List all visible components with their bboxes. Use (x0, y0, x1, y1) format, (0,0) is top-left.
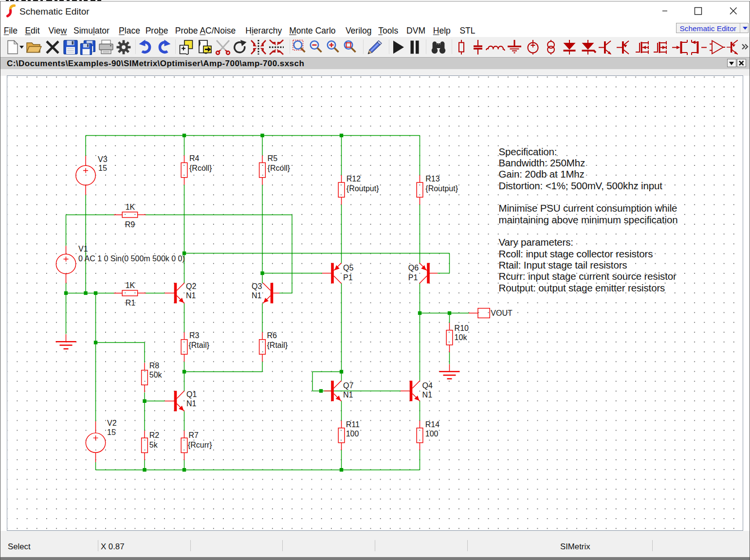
svg-text:R12: R12 (347, 175, 361, 183)
svg-text:Rcoll: input stage collector r: Rcoll: input stage collector resistors (499, 248, 653, 259)
svg-text:Q2: Q2 (186, 282, 196, 290)
svg-text:15: 15 (98, 164, 107, 172)
svg-text:Rtail: Input stage tail resist: Rtail: Input stage tail resistors (499, 259, 627, 271)
svg-text:R9: R9 (125, 220, 135, 229)
svg-text:R5: R5 (268, 154, 278, 163)
svg-text:VOUT: VOUT (491, 309, 512, 317)
svg-text:V2: V2 (107, 419, 117, 427)
svg-text:5k: 5k (149, 441, 158, 449)
svg-text:Q4: Q4 (422, 381, 433, 390)
svg-text:Q3: Q3 (252, 282, 262, 290)
svg-text:Specification:: Specification: (499, 146, 557, 157)
svg-text:N1: N1 (252, 291, 262, 300)
svg-text:{Rcoll}: {Rcoll} (268, 164, 291, 172)
svg-text:Minimise PSU current consumpti: Minimise PSU current consumption while (499, 202, 677, 214)
svg-text:Q6: Q6 (408, 264, 419, 272)
svg-text:Q5: Q5 (343, 264, 353, 272)
svg-text:R6: R6 (267, 331, 277, 340)
svg-text:Distortion: <1%; 500mV, 500khz: Distortion: <1%; 500mV, 500khz input (499, 180, 663, 191)
svg-text:N1: N1 (186, 399, 197, 408)
svg-text:R7: R7 (188, 431, 199, 439)
svg-text:R10: R10 (455, 324, 469, 332)
svg-text:P1: P1 (408, 273, 418, 282)
svg-text:N1: N1 (186, 291, 196, 300)
svg-text:{Rtail}: {Rtail} (267, 341, 288, 349)
svg-text:100: 100 (346, 430, 359, 438)
svg-text:Q1: Q1 (186, 390, 197, 398)
svg-text:{Routput}: {Routput} (347, 184, 379, 193)
svg-text:Vary parameters:: Vary parameters: (499, 236, 573, 248)
svg-text:{Routput}: {Routput} (425, 184, 458, 193)
svg-text:R14: R14 (425, 420, 439, 429)
svg-text:15: 15 (107, 428, 116, 436)
svg-text:R2: R2 (149, 431, 160, 439)
svg-text:10k: 10k (455, 333, 468, 342)
svg-text:{Rtail}: {Rtail} (188, 341, 209, 349)
svg-text:R8: R8 (149, 361, 160, 370)
svg-text:Rcurr: input stage current sou: Rcurr: input stage current source resist… (499, 271, 677, 282)
svg-text:Bandwidth: 250Mhz: Bandwidth: 250Mhz (499, 157, 585, 168)
svg-text:Gain: 20db at 1Mhz: Gain: 20db at 1Mhz (499, 168, 585, 180)
svg-text:R1: R1 (126, 299, 136, 307)
svg-text:N1: N1 (343, 391, 353, 399)
svg-text:1K: 1K (126, 203, 135, 211)
svg-text:Routput: output stage emitter: Routput: output stage emitter resistors (499, 282, 665, 293)
svg-text:{Rcoll}: {Rcoll} (189, 164, 212, 172)
svg-text:maintaining above minimum spec: maintaining above minimum specification (499, 214, 678, 225)
svg-text:V3: V3 (98, 155, 108, 163)
svg-text:N1: N1 (422, 391, 433, 399)
svg-text:R13: R13 (425, 175, 439, 183)
svg-text:R3: R3 (189, 331, 200, 340)
svg-text:R4: R4 (189, 154, 200, 163)
svg-text:V1: V1 (78, 245, 88, 253)
svg-text:P1: P1 (343, 273, 353, 282)
svg-text:1K: 1K (126, 281, 135, 289)
svg-text:50k: 50k (149, 371, 163, 379)
svg-text:R11: R11 (346, 420, 360, 429)
svg-text:{Rcurr}: {Rcurr} (188, 441, 212, 449)
svg-text:100: 100 (425, 430, 439, 438)
svg-text:Q7: Q7 (343, 381, 353, 390)
svg-text:0 AC 1 0 Sin(0 500m 500k 0 0): 0 AC 1 0 Sin(0 500m 500k 0 0) (78, 254, 185, 263)
